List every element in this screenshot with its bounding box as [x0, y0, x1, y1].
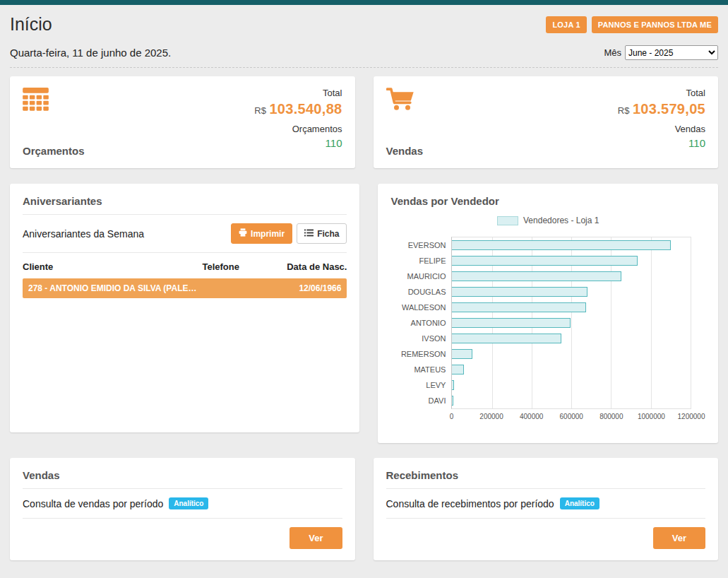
bar-mauricio: [452, 271, 621, 281]
vendas-count-label: Vendas: [618, 124, 705, 134]
x-tick-label: 1200000: [678, 413, 705, 420]
month-picker: Mês June - 2025: [604, 45, 718, 60]
gridline: [691, 237, 691, 408]
bar-category-label: DOUGLAS: [390, 284, 451, 300]
bar-category-label: LEVY: [390, 377, 451, 393]
currency-symbol: R$: [618, 105, 630, 116]
date-row: Quarta-feira, 11 de junho de 2025. Mês J…: [10, 45, 718, 60]
orcamentos-stat-left: Orçamentos: [23, 88, 85, 157]
vendas-stat-left: Vendas: [386, 88, 424, 157]
bar-category-label: REMERSON: [390, 346, 451, 362]
x-axis: 020000040000060000080000010000001200000: [451, 413, 691, 424]
column-telefone: Telefone: [202, 261, 280, 272]
vendas-total-value: 103.579,05: [633, 101, 705, 117]
bar-category-label: WALDESON: [390, 300, 451, 315]
header-badges: LOJA 1 PANNOS E PANNOS LTDA ME: [546, 16, 718, 33]
bar-ivson: [452, 334, 561, 343]
page-header: Início LOJA 1 PANNOS E PANNOS LTDA ME: [10, 14, 718, 35]
vendas-panel-desc-text: Consulta de vendas por período: [23, 498, 163, 509]
orcamentos-stat-card: Orçamentos Total R$ 103.540,88 Orçamento…: [10, 76, 355, 168]
store-badge[interactable]: LOJA 1: [546, 16, 586, 33]
analitico-badge: Analítico: [560, 497, 599, 509]
vendas-panel-footer: Ver: [23, 527, 342, 549]
ficha-button[interactable]: Ficha: [297, 223, 347, 244]
bar-category-label: ANTONIO: [390, 315, 451, 331]
month-select[interactable]: June - 2025: [625, 45, 718, 60]
vendas-count-value: 110: [618, 137, 705, 149]
bar-remerson: [452, 349, 472, 359]
divider: [23, 252, 347, 253]
vendas-stat-card: Vendas Total R$ 103.579,05 Vendas 110: [374, 76, 719, 168]
bar-category-label: DAVI: [390, 393, 451, 408]
middle-row: Aniversariantes Aniversariantes da Seman…: [10, 184, 718, 443]
x-tick-label: 0: [450, 413, 454, 420]
current-date: Quarta-feira, 11 de junho de 2025.: [10, 47, 171, 59]
aniversariantes-toolbar: Aniversariantes da Semana Imprimir: [23, 223, 347, 244]
analitico-badge: Analítico: [169, 497, 208, 509]
orcamentos-count-value: 110: [254, 137, 342, 149]
recebimentos-panel: Recebimentos Consulta de recebimentos po…: [374, 458, 719, 560]
x-tick-label: 1000000: [638, 413, 665, 420]
bar-douglas: [452, 287, 587, 297]
column-data-nasc: Data de Nasc.: [280, 261, 347, 272]
dashboard-page: Início LOJA 1 PANNOS E PANNOS LTDA ME Qu…: [0, 14, 728, 560]
recebimentos-ver-button[interactable]: Ver: [653, 527, 705, 549]
bar-row: [452, 377, 691, 393]
aniversariantes-subtitle: Aniversariantes da Semana: [23, 228, 144, 240]
month-label: Mês: [604, 47, 621, 58]
x-tick-label: 400000: [520, 413, 543, 420]
print-button-label: Imprimir: [251, 229, 285, 239]
plot-wrap: 020000040000060000080000010000001200000: [451, 237, 705, 424]
dashed-divider: [10, 67, 718, 68]
bar-row: [452, 253, 691, 269]
divider: [386, 488, 706, 489]
divider: [386, 518, 706, 519]
bar-category-label: MATEUS: [390, 362, 451, 377]
divider: [23, 214, 347, 215]
vendas-panel-description: Consulta de vendas por período Analítico: [23, 497, 342, 509]
bar-category-label: FELIPE: [390, 253, 451, 269]
top-accent-bar: [0, 0, 728, 5]
bar-davi: [452, 396, 453, 406]
bar-chart: EVERSONFELIPEMAURICIODOUGLASWALDESONANTO…: [390, 237, 705, 424]
company-badge[interactable]: PANNOS E PANNOS LTDA ME: [592, 16, 718, 33]
divider: [23, 518, 342, 519]
legend-swatch: [497, 216, 518, 225]
bottom-row: Vendas Consulta de vendas por período An…: [10, 458, 718, 560]
orcamentos-total-amount: R$ 103.540,88: [254, 101, 342, 117]
orcamentos-label: Orçamentos: [23, 145, 85, 157]
orcamentos-total-label: Total: [254, 88, 342, 98]
orcamentos-total-value: 103.540,88: [269, 101, 342, 117]
bar-everson: [452, 240, 670, 250]
bar-row: [452, 331, 691, 346]
birthdays-table-header: Cliente Telefone Data de Nasc.: [23, 261, 347, 272]
orcamentos-count-label: Orçamentos: [254, 124, 342, 134]
bar-felipe: [452, 256, 638, 266]
bar-mateus: [452, 365, 464, 374]
chart-legend: Vendedores - Loja 1: [390, 216, 705, 225]
aniversariantes-card: Aniversariantes Aniversariantes da Seman…: [10, 184, 359, 432]
vendas-por-vendedor-card: Vendas por Vendedor Vendedores - Loja 1 …: [378, 184, 718, 443]
cart-icon: [386, 88, 424, 112]
row-data-nasc: 12/06/1966: [274, 283, 341, 293]
orcamentos-stat-right: Total R$ 103.540,88 Orçamentos 110: [254, 88, 342, 157]
row-cliente: 278 - ANTONIO EMIDIO DA SILVA (PALE…: [28, 283, 196, 293]
ficha-button-label: Ficha: [317, 229, 339, 239]
vendas-stat-right: Total R$ 103.579,05 Vendas 110: [618, 88, 705, 157]
bar-levy: [452, 380, 454, 390]
vendas-total-amount: R$ 103.579,05: [618, 101, 705, 117]
bar-row: [452, 315, 691, 331]
vendas-ver-button[interactable]: Ver: [290, 527, 342, 549]
bar-category-label: EVERSON: [390, 237, 451, 253]
legend-label: Vendedores - Loja 1: [523, 216, 599, 225]
bar-row: [452, 237, 691, 253]
bar-plot: [451, 237, 691, 409]
bar-waldeson: [452, 302, 586, 312]
printer-icon: [239, 228, 247, 239]
x-tick-label: 200000: [479, 413, 503, 420]
calculator-icon: [23, 88, 85, 111]
birthday-table-row[interactable]: 278 - ANTONIO EMIDIO DA SILVA (PALE… 12/…: [23, 278, 347, 298]
column-cliente: Cliente: [23, 261, 202, 272]
x-tick-label: 800000: [599, 413, 623, 420]
print-button[interactable]: Imprimir: [231, 223, 292, 244]
